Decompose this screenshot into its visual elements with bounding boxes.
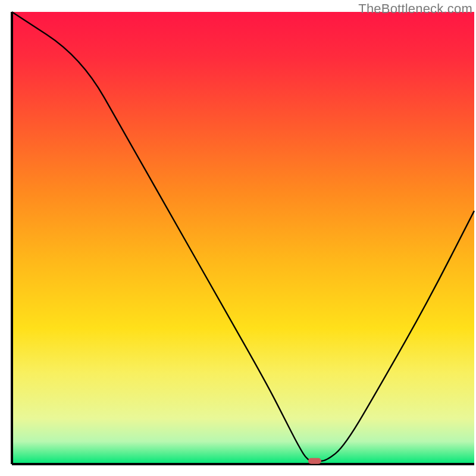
chart-container: TheBottleneck.com (0, 0, 476, 476)
gradient-backdrop (12, 12, 474, 464)
watermark-text: TheBottleneck.com (358, 1, 472, 17)
value-marker (308, 458, 321, 464)
plot-svg (0, 0, 476, 476)
